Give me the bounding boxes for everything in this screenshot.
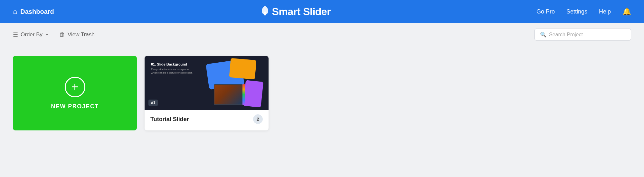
- slide-number-badge: #1: [148, 100, 158, 106]
- notification-bell-icon[interactable]: 🔔: [622, 7, 631, 16]
- slider-name: Tutorial Slider: [150, 116, 189, 123]
- thumb-title: 01. Slide Background: [151, 62, 196, 66]
- thumb-deco-orange: [229, 58, 257, 80]
- app-logo: Smart Slider: [260, 6, 331, 18]
- new-project-card[interactable]: + NEW PROJECT: [13, 56, 137, 130]
- logo-icon: [260, 6, 270, 17]
- logo-text: Smart Slider: [272, 6, 331, 18]
- dropdown-arrow-icon: ▼: [45, 32, 49, 37]
- thumb-deco-purple: [243, 80, 263, 107]
- project-grid: + NEW PROJECT 01. Slide Background Every…: [0, 46, 644, 140]
- settings-button[interactable]: Settings: [566, 8, 587, 15]
- thumb-desc: Every slide includes a background, which…: [151, 67, 196, 75]
- thumbnail-content: 01. Slide Background Every slide include…: [145, 56, 269, 110]
- slide-count-badge: 2: [253, 114, 263, 124]
- trash-icon: 🗑: [59, 31, 65, 38]
- slider-card-footer: Tutorial Slider 2: [145, 110, 269, 128]
- svg-rect-0: [264, 12, 266, 15]
- view-trash-label: View Trash: [68, 31, 95, 38]
- go-pro-button[interactable]: Go Pro: [536, 8, 555, 15]
- add-icon: +: [65, 77, 85, 97]
- view-trash-button[interactable]: 🗑 View Trash: [59, 31, 95, 38]
- logo-area: Smart Slider: [260, 6, 331, 18]
- slider-card[interactable]: 01. Slide Background Every slide include…: [145, 56, 269, 130]
- dashboard-nav[interactable]: ⌂ Dashboard: [13, 7, 54, 16]
- new-project-label: NEW PROJECT: [51, 103, 99, 110]
- dashboard-label[interactable]: Dashboard: [20, 8, 54, 15]
- app-header: ⌂ Dashboard Smart Slider Go Pro Settings…: [0, 0, 644, 23]
- search-box[interactable]: 🔍: [535, 29, 631, 40]
- search-icon: 🔍: [540, 31, 546, 38]
- order-by-button[interactable]: ☰ Order By ▼: [13, 31, 49, 38]
- search-input[interactable]: [549, 32, 626, 38]
- help-button[interactable]: Help: [599, 8, 611, 15]
- toolbar-left: ☰ Order By ▼ 🗑 View Trash: [13, 31, 95, 38]
- home-icon: ⌂: [13, 7, 17, 16]
- toolbar: ☰ Order By ▼ 🗑 View Trash 🔍: [0, 23, 644, 46]
- order-by-label: Order By: [21, 31, 43, 38]
- order-by-icon: ☰: [13, 31, 18, 38]
- thumb-color-bar: [242, 84, 245, 105]
- header-nav: Go Pro Settings Help 🔔: [536, 7, 631, 16]
- slider-thumbnail: 01. Slide Background Every slide include…: [145, 56, 269, 110]
- thumb-text-area: 01. Slide Background Every slide include…: [151, 62, 196, 75]
- thumb-photo: [214, 84, 243, 105]
